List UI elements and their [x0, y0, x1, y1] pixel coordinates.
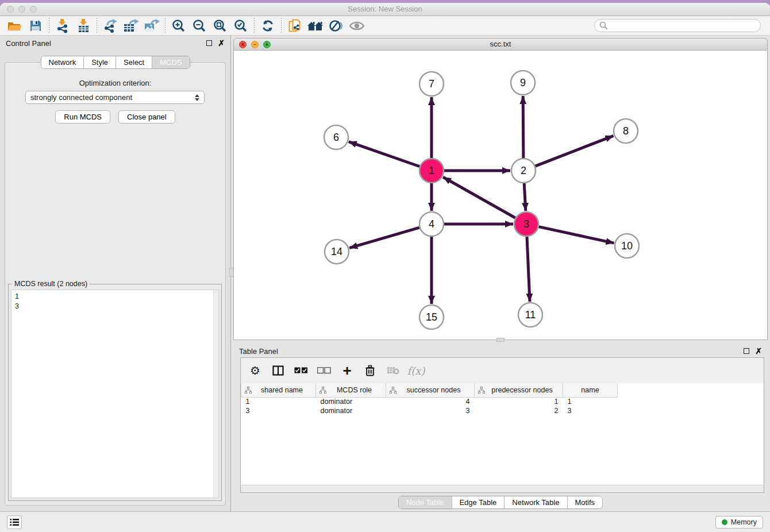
network-maximize-button[interactable]: +	[263, 41, 271, 48]
svg-text:9: 9	[520, 77, 526, 88]
cell-successor-nodes: 4	[386, 397, 475, 406]
select-all-button[interactable]	[292, 362, 310, 379]
main-area: Control Panel ✗ Network Style Select MCD…	[0, 36, 770, 511]
minimize-window-button[interactable]	[18, 6, 25, 13]
tab-edge-table[interactable]: Edge Table	[451, 496, 504, 508]
graph-edge-3-11	[527, 237, 530, 302]
horizontal-splitter-handle[interactable]	[496, 338, 505, 342]
table-row[interactable]: 1 dominator 4 1 1	[241, 397, 764, 406]
result-scrollbar[interactable]	[213, 290, 218, 498]
import-table-button[interactable]	[73, 17, 94, 34]
network-view-window: × − + scc.txt 1 2 3 4 6 7 8 9 10 11	[233, 38, 768, 340]
result-line: 3	[15, 302, 215, 311]
close-window-button[interactable]	[7, 6, 14, 13]
first-neighbors-button[interactable]	[305, 17, 326, 34]
delete-column-button[interactable]	[361, 362, 379, 379]
table-settings-button[interactable]: ⚙	[247, 362, 264, 379]
run-mcds-button[interactable]: Run MCDS	[55, 110, 110, 124]
maximize-window-button[interactable]	[30, 6, 37, 13]
graph-edge-2-3	[524, 183, 526, 211]
zoom-selected-icon	[234, 19, 248, 33]
zoom-out-button[interactable]	[189, 17, 210, 34]
hide-selected-button[interactable]	[326, 17, 346, 34]
svg-text:11: 11	[525, 309, 536, 321]
app-window: Session: New Session	[0, 3, 770, 532]
close-panel-icon[interactable]: ✗	[218, 40, 225, 46]
network-minimize-button[interactable]: −	[251, 41, 259, 48]
show-all-button[interactable]	[346, 17, 367, 34]
deselect-all-button[interactable]	[315, 362, 333, 379]
function-builder-button[interactable]: f(x)	[407, 362, 425, 379]
tab-select[interactable]: Select	[116, 56, 152, 68]
save-session-button[interactable]	[25, 17, 46, 34]
toolbar-separator	[165, 18, 165, 34]
float-table-panel-icon[interactable]	[744, 348, 749, 354]
node-table-container: ⚙	[240, 357, 764, 493]
tab-mcds[interactable]: MCDS	[152, 56, 189, 68]
cell-name: 3	[563, 406, 618, 415]
tab-node-table[interactable]: Node Table	[399, 496, 452, 508]
open-session-button[interactable]	[5, 17, 25, 34]
table-panel-title: Table Panel	[239, 347, 278, 356]
cell-shared-name: 3	[241, 406, 316, 415]
import-network-icon	[56, 18, 70, 33]
delete-table-button[interactable]	[384, 362, 402, 379]
export-network-button[interactable]	[100, 17, 121, 34]
cell-shared-name: 1	[241, 397, 316, 406]
control-panel: Control Panel ✗ Network Style Select MCD…	[0, 36, 231, 511]
import-network-button[interactable]	[52, 17, 73, 34]
toolbar-separator	[49, 18, 49, 34]
result-line: 1	[15, 292, 215, 302]
svg-text:7: 7	[429, 78, 434, 90]
tab-style[interactable]: Style	[83, 56, 116, 68]
column-header-successor-nodes[interactable]: successor nodes	[386, 383, 475, 397]
eye-slash-icon	[329, 19, 344, 33]
table-horizontal-scrollbar[interactable]	[241, 485, 764, 492]
memory-button[interactable]: Memory	[715, 516, 763, 529]
float-panel-icon[interactable]	[206, 40, 212, 46]
close-panel-button[interactable]: Close panel	[118, 110, 175, 124]
new-network-from-selection-button[interactable]	[284, 17, 305, 34]
zoom-in-button[interactable]	[168, 17, 189, 34]
column-header-predecessor-nodes[interactable]: predecessor nodes	[475, 383, 563, 397]
column-chooser-button[interactable]	[270, 362, 287, 379]
search-input[interactable]	[611, 22, 756, 30]
main-toolbar	[0, 16, 770, 36]
export-table-button[interactable]	[121, 17, 141, 34]
column-header-mcds-role[interactable]: MCDS role	[316, 383, 386, 397]
table-row[interactable]: 3 dominator 3 2 3	[241, 406, 764, 415]
mcds-result-textarea[interactable]: 1 3	[11, 290, 219, 498]
add-column-button[interactable]: +	[338, 362, 356, 379]
control-panel-tabs: Network Style Select MCDS	[40, 56, 190, 69]
tab-network-table[interactable]: Network Table	[504, 496, 567, 508]
search-field[interactable]	[594, 19, 761, 32]
column-header-shared-name[interactable]: shared name	[241, 383, 316, 397]
memory-status-dot	[722, 519, 727, 525]
apply-layout-button[interactable]	[257, 17, 278, 34]
title-bar: Session: New Session	[0, 3, 770, 16]
graph-edge-1-6	[349, 142, 420, 167]
zoom-selected-button[interactable]	[230, 17, 251, 34]
zoom-fit-button[interactable]	[210, 17, 230, 34]
open-folder-icon	[7, 20, 22, 32]
svg-text:1: 1	[429, 165, 434, 176]
columns-icon	[272, 365, 284, 376]
export-image-button[interactable]	[141, 17, 162, 34]
task-history-button[interactable]	[7, 515, 22, 529]
column-header-name[interactable]: name	[563, 383, 618, 397]
plus-icon: +	[342, 365, 351, 376]
mcds-result-group: MCDS result (2 nodes) 1 3	[8, 284, 222, 501]
column-type-icon	[390, 387, 396, 394]
gear-icon: ⚙	[250, 364, 260, 377]
tab-network[interactable]: Network	[41, 56, 83, 68]
memory-label: Memory	[731, 518, 757, 526]
criterion-dropdown[interactable]: strongly connected component	[25, 91, 205, 104]
network-graph[interactable]: 1 2 3 4 6 7 8 9 10 11 14 15	[234, 51, 767, 339]
svg-text:15: 15	[426, 311, 437, 323]
network-close-button[interactable]: ×	[239, 41, 247, 48]
network-window-title: scc.txt	[234, 38, 767, 50]
tab-motifs[interactable]: Motifs	[567, 496, 602, 508]
network-canvas[interactable]: 1 2 3 4 6 7 8 9 10 11 14 15	[233, 51, 768, 340]
close-table-panel-icon[interactable]: ✗	[755, 348, 762, 354]
window-title: Session: New Session	[0, 3, 770, 16]
